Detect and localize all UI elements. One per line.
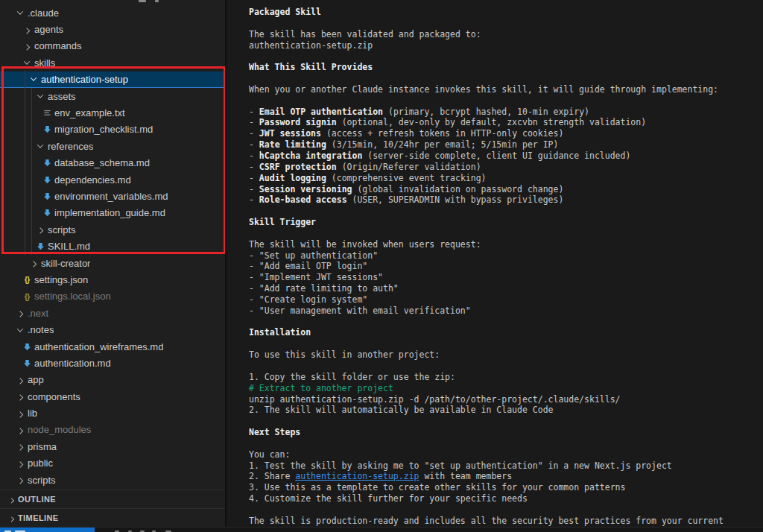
- tree-item-app[interactable]: app: [0, 372, 225, 388]
- tree-item-authentication.md[interactable]: authentication.md: [0, 355, 225, 371]
- terminal-line: [249, 95, 763, 107]
- tree-item-label: skill-creator: [41, 258, 90, 269]
- chevron-down-icon: [35, 141, 45, 151]
- tree-item-.notes[interactable]: .notes: [0, 321, 225, 338]
- tree-item-environment-variables.md[interactable]: environment_variables.md: [0, 188, 225, 204]
- zip-file-link[interactable]: authentication-setup.zip: [295, 471, 419, 481]
- explorer-toolbar-sliver: [0, 0, 225, 3]
- terminal-line: - CSRF protection (Origin/Referer valida…: [249, 162, 763, 173]
- terminal-line: [249, 317, 763, 328]
- terminal-line: - Email OTP authentication (primary, bcr…: [249, 107, 763, 118]
- tree-item-skills[interactable]: skills: [0, 54, 225, 71]
- tree-item-settings.local.json[interactable]: {}settings.local.json: [0, 288, 225, 305]
- terminal-line: [249, 438, 763, 449]
- timeline-section-header[interactable]: TIMELINE: [0, 508, 225, 527]
- new-file-icon[interactable]: [139, 0, 146, 2]
- tree-item-label: skills: [34, 57, 55, 69]
- terminal-line: - "Create login system": [249, 294, 763, 305]
- terminal-line: unzip authentication-setup.zip -d /path/…: [249, 394, 763, 405]
- tree-item-dependencies.md[interactable]: dependencies.md: [0, 171, 225, 188]
- refresh-icon[interactable]: [155, 0, 159, 2]
- tree-item-label: components: [28, 391, 80, 402]
- chevron-right-icon: [15, 458, 25, 469]
- tree-item-env-example.txt[interactable]: env_example.txt: [0, 104, 225, 121]
- json-icon: {}: [22, 291, 32, 302]
- terminal-panel[interactable]: Packaged SkillThe skill has been validat…: [228, 0, 763, 527]
- terminal-line: - JWT sessions (access + refresh tokens …: [249, 128, 763, 139]
- terminal-line: - Audit logging (comprehensive event tra…: [249, 173, 763, 184]
- tree-item-label: SKILL.md: [48, 241, 90, 252]
- tree-item-label: settings.local.json: [34, 291, 111, 302]
- tree-item-.next[interactable]: .next: [0, 305, 225, 321]
- terminal-line: - Rate limiting (3/15min, 10/24hr per em…: [249, 139, 763, 151]
- terminal-line: [249, 51, 763, 62]
- terminal-line: 2. The skill will automatically be avail…: [249, 405, 763, 416]
- outline-section-header[interactable]: OUTLINE: [0, 490, 225, 508]
- terminal-line: 1. Copy the skill folder or use the zip:: [249, 372, 763, 383]
- terminal-line: - "Add email OTP login": [249, 261, 763, 272]
- terminal-line: What This Skill Provides: [249, 62, 763, 73]
- markdown-icon: [22, 341, 32, 352]
- terminal-line: 1. Test the skill by asking me to "set u…: [249, 460, 763, 472]
- tree-item-label: authentication.md: [34, 358, 111, 369]
- terminal-line: 3. Use this as a template to create othe…: [249, 482, 763, 493]
- tree-item-skill-creator[interactable]: skill-creator: [0, 255, 225, 271]
- tree-item-database-schema.md[interactable]: database_schema.md: [0, 155, 225, 171]
- terminal-line: - "Implement JWT sessions": [249, 272, 763, 283]
- chevron-right-icon: [15, 425, 25, 435]
- tree-item-label: environment_variables.md: [54, 191, 168, 202]
- terminal-line: - "Set up authentication": [249, 250, 763, 262]
- tree-item-references[interactable]: references: [0, 138, 225, 154]
- tree-item-implementation-guide.md[interactable]: implementation_guide.md: [0, 205, 225, 221]
- indent-guide: [31, 88, 32, 255]
- tree-item-commands[interactable]: commands: [0, 38, 225, 54]
- tree-item-label: .claude: [28, 7, 59, 19]
- tree-item-label: references: [48, 141, 93, 152]
- tree-item-agents[interactable]: agents: [0, 21, 225, 37]
- tree-item-components[interactable]: components: [0, 388, 225, 405]
- tree-item-label: migration_checklist.md: [54, 124, 153, 135]
- terminal-line: - "User management with email verificati…: [249, 305, 763, 317]
- terminal-line: Next Steps: [249, 427, 763, 438]
- terminal-line: - Role-based access (USER, SUPERADMIN wi…: [249, 194, 763, 206]
- indent-guide: [25, 71, 25, 255]
- terminal-line: To use this skill in another project:: [249, 349, 763, 361]
- remote-indicator[interactable]: [0, 528, 95, 532]
- tree-item-authentication-wireframes.md[interactable]: authentication_wireframes.md: [0, 338, 225, 355]
- terminal-line: Installation: [249, 327, 763, 338]
- tree-item-scripts[interactable]: scripts: [0, 221, 225, 238]
- terminal-line: 4. Customize the skill further for your …: [249, 493, 763, 504]
- chevron-down-icon: [35, 91, 45, 101]
- terminal-line: When you or another Claude instance invo…: [249, 84, 763, 95]
- tree-item-scripts[interactable]: scripts: [0, 472, 225, 488]
- tree-item-.claude[interactable]: .claude: [0, 4, 225, 21]
- tree-item-migration-checklist.md[interactable]: migration_checklist.md: [0, 121, 225, 138]
- terminal-line: [249, 504, 763, 516]
- chevron-right-icon: [15, 441, 25, 452]
- tree-item-label: assets: [48, 91, 76, 102]
- terminal-line: The skill is production-ready and includ…: [249, 516, 763, 527]
- tree-item-lib[interactable]: lib: [0, 405, 225, 421]
- tree-item-skill.md[interactable]: SKILL.md: [0, 238, 225, 254]
- terminal-line: [249, 206, 763, 217]
- terminal-line: [249, 228, 763, 239]
- terminal-output: Packaged SkillThe skill has been validat…: [228, 0, 763, 527]
- terminal-line: [249, 361, 763, 372]
- tree-item-label: public: [28, 457, 53, 469]
- tree-item-authentication-setup[interactable]: authentication-setup: [0, 72, 225, 88]
- chevron-right-icon: [15, 408, 25, 419]
- tree-item-label: .notes: [28, 324, 54, 335]
- markdown-icon: [42, 191, 52, 201]
- tree-item-assets[interactable]: assets: [0, 88, 225, 104]
- explorer-sidebar: .claudeagentscommandsskillsauthenticatio…: [0, 0, 227, 527]
- status-bar: [0, 527, 763, 532]
- tree-item-settings.json[interactable]: {}settings.json: [0, 271, 225, 288]
- tree-item-node-modules[interactable]: node_modules: [0, 422, 225, 438]
- tree-item-prisma[interactable]: prisma: [0, 438, 225, 455]
- chevron-right-icon: [15, 391, 25, 402]
- tree-item-label: settings.json: [34, 274, 88, 285]
- terminal-line: [249, 338, 763, 349]
- terminal-line: The skill has been validated and package…: [249, 29, 763, 40]
- tree-item-public[interactable]: public: [0, 455, 225, 472]
- terminal-line: You can:: [249, 449, 763, 460]
